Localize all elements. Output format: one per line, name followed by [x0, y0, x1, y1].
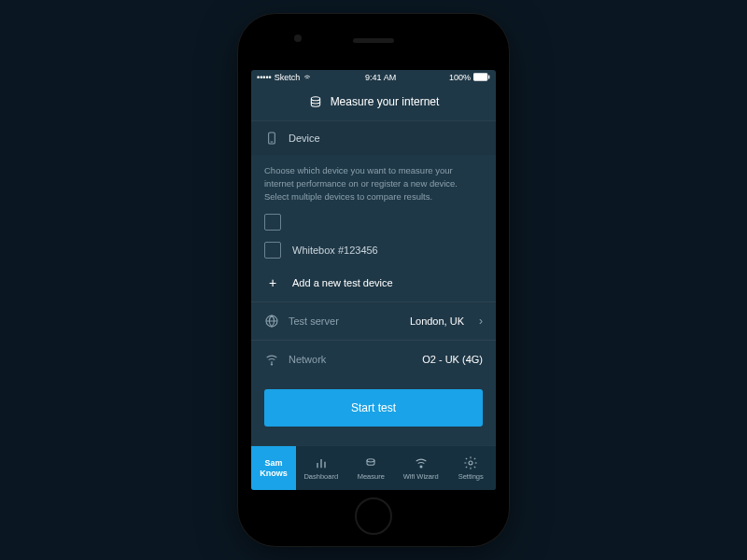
brand-line1: Sam — [264, 459, 282, 468]
svg-point-6 — [271, 364, 272, 365]
device-option-label: Whitebox #123456 — [292, 245, 378, 256]
add-device-button[interactable]: + Add a new test device — [251, 264, 496, 301]
tab-label: Wifi Wizard — [403, 472, 439, 481]
measure-icon — [308, 94, 323, 109]
device-description: Choose which device you want to measure … — [251, 155, 496, 208]
page-title: Measure your internet — [331, 95, 440, 108]
svg-point-12 — [469, 461, 472, 465]
screen: ••••• Sketch 9:41 AM 100% Measure your i… — [251, 70, 496, 490]
tab-wifi-wizard[interactable]: Wifi Wizard — [396, 446, 446, 490]
svg-point-10 — [367, 459, 374, 462]
bars-icon — [313, 455, 330, 470]
battery-icon — [473, 73, 490, 83]
svg-point-11 — [420, 466, 422, 468]
test-server-value: London, UK — [410, 315, 464, 327]
device-label: Device — [289, 133, 320, 144]
tab-label: Dashboard — [303, 472, 338, 481]
status-right: 100% — [449, 73, 490, 83]
gear-icon — [462, 455, 479, 470]
device-option-0[interactable] — [251, 208, 496, 236]
checkbox-icon[interactable] — [264, 242, 281, 259]
add-device-label: Add a new test device — [292, 277, 393, 288]
svg-point-2 — [311, 97, 319, 101]
spacer — [251, 438, 496, 445]
svg-rect-1 — [488, 75, 489, 78]
device-icon — [264, 131, 279, 146]
chevron-right-icon: › — [479, 315, 483, 328]
start-test-label: Start test — [351, 401, 396, 414]
signal-dots: ••••• — [257, 73, 272, 82]
home-button[interactable] — [355, 497, 392, 535]
tab-label: Measure — [358, 472, 385, 481]
measure-icon — [362, 455, 379, 470]
start-test-button[interactable]: Start test — [264, 389, 483, 427]
tab-settings[interactable]: Settings — [446, 446, 497, 490]
wifi-icon — [303, 72, 312, 83]
battery-pct: 100% — [449, 73, 471, 82]
network-label: Network — [289, 354, 413, 365]
tab-bar: Sam Knows Dashboard Measure Wifi Wizard — [251, 445, 496, 490]
tab-brand[interactable]: Sam Knows — [251, 446, 296, 490]
device-section-header: Device — [251, 120, 496, 155]
test-server-row[interactable]: Test server London, UK › — [251, 301, 496, 340]
clock: 9:41 AM — [365, 73, 396, 82]
tab-label: Settings — [458, 472, 484, 481]
status-bar: ••••• Sketch 9:41 AM 100% — [251, 70, 496, 85]
device-option-1[interactable]: Whitebox #123456 — [251, 236, 496, 264]
tab-measure[interactable]: Measure — [346, 446, 397, 490]
checkbox-icon[interactable] — [264, 214, 281, 231]
wifi-icon — [413, 455, 430, 470]
plus-icon: + — [264, 275, 281, 290]
phone-frame: ••••• Sketch 9:41 AM 100% Measure your i… — [238, 14, 509, 546]
tab-dashboard[interactable]: Dashboard — [296, 446, 346, 490]
globe-icon — [264, 314, 279, 329]
status-left: ••••• Sketch — [257, 72, 312, 83]
brand-line2: Knows — [260, 469, 288, 478]
test-server-label: Test server — [289, 315, 401, 327]
svg-rect-0 — [473, 73, 487, 80]
wifi-icon — [264, 352, 279, 367]
network-value: O2 - UK (4G) — [422, 354, 483, 365]
network-row: Network O2 - UK (4G) — [251, 340, 496, 378]
page-header: Measure your internet — [251, 85, 496, 120]
carrier: Sketch — [275, 73, 301, 82]
